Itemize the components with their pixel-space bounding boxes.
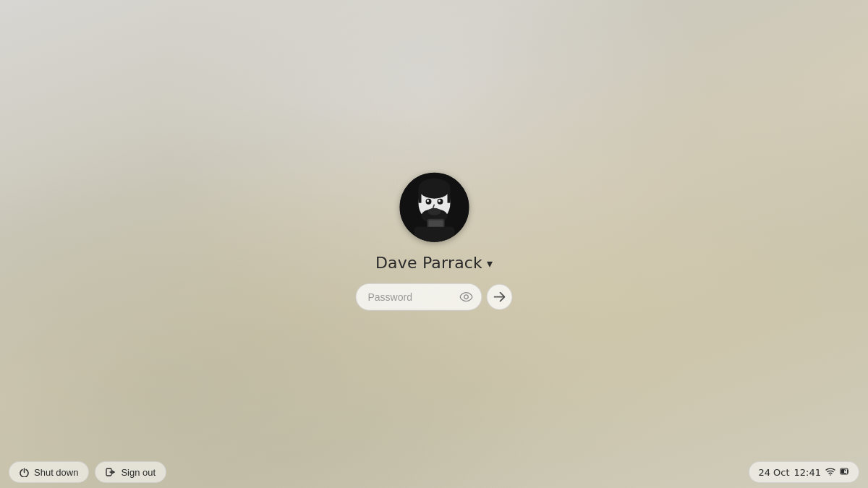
- shutdown-label: Shut down: [34, 467, 78, 478]
- bottom-bar: Shut down Sign out 24 Oct 12:41: [0, 456, 868, 488]
- show-password-icon[interactable]: [457, 290, 476, 303]
- battery-icon: [840, 466, 850, 478]
- time-label: 12:41: [794, 467, 821, 478]
- svg-point-14: [464, 294, 469, 299]
- signout-button[interactable]: Sign out: [95, 461, 166, 483]
- wifi-icon: [825, 466, 835, 478]
- date-time-block: 24 Oct 12:41: [749, 461, 859, 483]
- date-label: 24 Oct: [758, 467, 789, 478]
- svg-point-16: [830, 474, 831, 476]
- username-label: Dave Parrack: [375, 253, 482, 271]
- submit-button[interactable]: [487, 283, 513, 309]
- bottom-left-actions: Shut down Sign out: [9, 461, 166, 483]
- shutdown-button[interactable]: Shut down: [9, 461, 89, 483]
- svg-rect-3: [418, 188, 421, 202]
- svg-point-9: [438, 200, 441, 202]
- svg-point-2: [418, 178, 450, 198]
- signout-label: Sign out: [121, 467, 156, 478]
- avatar: [399, 172, 469, 241]
- chevron-down-icon: ▾: [487, 256, 493, 270]
- svg-rect-19: [844, 471, 846, 474]
- svg-point-8: [427, 200, 429, 202]
- svg-point-10: [427, 207, 441, 215]
- username-row[interactable]: Dave Parrack ▾: [375, 253, 493, 271]
- power-icon: [20, 468, 29, 477]
- svg-rect-13: [414, 226, 454, 241]
- login-panel: Dave Parrack ▾: [356, 172, 513, 310]
- password-wrapper: [356, 283, 482, 310]
- svg-rect-4: [447, 188, 450, 202]
- bottom-right-status: 24 Oct 12:41: [749, 461, 859, 483]
- password-row: [356, 283, 513, 310]
- password-input[interactable]: [368, 291, 457, 302]
- signout-icon: [106, 468, 116, 476]
